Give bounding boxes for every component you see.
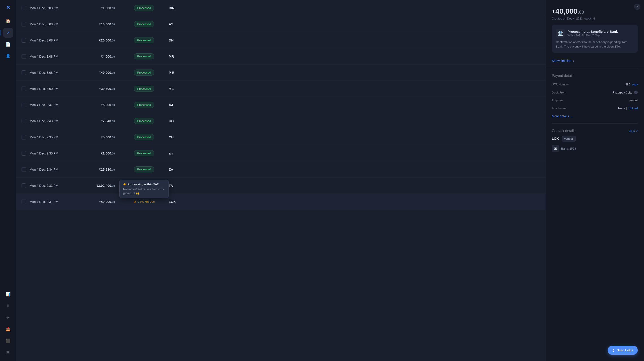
sidebar-item-terminal[interactable]: ⬛	[3, 336, 13, 346]
row-amount: ₹25,980.00	[79, 167, 124, 171]
status-badge: Processed	[134, 102, 154, 108]
row-amount: ₹7,840.00	[79, 119, 124, 123]
eta-label: ETA: 7th Dec	[138, 200, 154, 203]
sidebar-item-grid[interactable]: ⊞	[3, 348, 13, 358]
created-label: Created on Dec 4, 2023	[552, 17, 583, 20]
more-details-button[interactable]: More details ⌄	[546, 112, 644, 122]
view-link[interactable]: View ↗	[628, 129, 638, 133]
status-badge: Processed	[134, 150, 154, 156]
sidebar-item-documents[interactable]: 📄	[3, 39, 13, 49]
row-recipient: MR	[164, 54, 540, 58]
row-checkbox[interactable]	[22, 200, 26, 204]
row-date: Mon 4 Dec, 3:08 PM	[30, 6, 79, 10]
sidebar-item-reports[interactable]: 📊	[3, 289, 13, 299]
bank-info: Bank, 2568	[561, 147, 576, 150]
utr-label: UTR Number	[552, 83, 569, 86]
row-checkbox[interactable]	[22, 38, 26, 43]
sidebar-item-home[interactable]: 🏠	[3, 16, 13, 26]
upload-link[interactable]: Upload	[628, 106, 638, 110]
row-recipient: KO	[164, 119, 540, 123]
need-help-button[interactable]: ❮ Need Help?	[608, 346, 638, 355]
created-by: pout_N	[586, 17, 595, 20]
more-details-label: More details	[552, 114, 569, 118]
contact-suffix: details	[565, 129, 576, 133]
currency-symbol: ₹	[552, 9, 555, 15]
row-checkbox[interactable]	[22, 6, 26, 10]
attachment-none: None |	[618, 106, 627, 110]
row-date: Mon 4 Dec, 3:08 PM	[30, 22, 79, 26]
vendor-badge: Vendor	[562, 136, 576, 141]
sidebar-item-inbox[interactable]: 📥	[3, 324, 13, 334]
row-date: Mon 4 Dec, 3:08 PM	[30, 55, 79, 58]
panel-amount: ₹ 40,000 .00	[552, 7, 638, 15]
sidebar-item-send[interactable]: ✈	[3, 313, 13, 323]
row-checkbox[interactable]	[22, 135, 26, 139]
row-recipient: AJ	[164, 103, 540, 107]
table-row[interactable]: Mon 4 Dec, 2:34 PM ₹25,980.00 Processed …	[16, 161, 545, 178]
row-date: Mon 4 Dec, 2:47 PM	[30, 103, 79, 107]
table-row[interactable]: Mon 4 Dec, 2:33 PM ₹3,92,400.00 Processe…	[16, 178, 545, 194]
row-checkbox[interactable]	[22, 54, 26, 59]
row-status: Processed	[124, 118, 164, 124]
table-row-selected[interactable]: Mon 4 Dec, 2:31 PM ₹40,000.00 👉 Processi…	[16, 194, 545, 210]
table-row[interactable]: Mon 4 Dec, 2:35 PM ₹5,000.00 Processed C…	[16, 129, 545, 145]
attachment-value: None | Upload	[618, 106, 638, 110]
amount-decimal: .00	[578, 10, 584, 15]
table-row[interactable]: Mon 4 Dec, 3:08 PM ₹4,000.00 Processed M…	[16, 48, 545, 64]
table-row[interactable]: Mon 4 Dec, 2:35 PM ₹1,000.00 Processed a…	[16, 145, 545, 161]
row-date: Mon 4 Dec, 2:35 PM	[30, 135, 79, 139]
row-amount: ₹5,000.00	[79, 103, 124, 107]
row-date: Mon 4 Dec, 2:34 PM	[30, 168, 79, 171]
close-button[interactable]: ×	[634, 3, 640, 10]
processing-card-header: 🏦 Processing at Beneficiary Bank Within …	[556, 29, 634, 38]
logo-icon[interactable]: ✕	[4, 3, 12, 12]
status-badge: Processed	[134, 86, 154, 92]
row-checkbox[interactable]	[22, 183, 26, 188]
table-row[interactable]: Mon 4 Dec, 3:08 PM ₹49,000.00 Processed …	[16, 64, 545, 81]
row-checkbox[interactable]	[22, 151, 26, 156]
row-checkbox[interactable]	[22, 70, 26, 75]
table-row[interactable]: Mon 4 Dec, 3:00 PM ₹39,600.00 Processed …	[16, 81, 545, 97]
sidebar-item-users[interactable]: 👤	[3, 51, 13, 61]
payout-details-heading: Payout details	[546, 69, 644, 80]
bank-icon: 🏛	[552, 145, 559, 152]
row-date: Mon 4 Dec, 2:35 PM	[30, 152, 79, 155]
row-checkbox[interactable]	[22, 119, 26, 123]
section-divider-2	[552, 123, 638, 124]
table-row[interactable]: Mon 4 Dec, 3:08 PM ₹1,300.00 Processed D…	[16, 0, 545, 16]
row-date: Mon 4 Dec, 2:43 PM	[30, 119, 79, 123]
table-row[interactable]: Mon 4 Dec, 3:08 PM ₹20,000.00 Processed …	[16, 32, 545, 48]
show-timeline-button[interactable]: Show timeline ↓	[546, 57, 644, 67]
table-row[interactable]: Mon 4 Dec, 2:47 PM ₹5,000.00 Processed A…	[16, 97, 545, 113]
row-checkbox[interactable]	[22, 167, 26, 172]
copy-button[interactable]: copy	[632, 83, 638, 86]
row-status: Processed	[124, 102, 164, 108]
row-checkbox[interactable]	[22, 22, 26, 26]
sidebar-item-payouts[interactable]: ↗	[3, 28, 13, 38]
need-help-label: Need Help?	[616, 349, 633, 352]
bank-icon: 🏦	[558, 30, 563, 36]
purpose-label: Purpose	[552, 99, 562, 102]
table-row[interactable]: Mon 4 Dec, 3:08 PM ₹10,000.00 Processed …	[16, 16, 545, 32]
tooltip-title: 👉 Processing within TAT	[123, 183, 165, 186]
row-recipient: DIN	[164, 6, 540, 10]
sidebar-item-upload[interactable]: ⬆	[3, 301, 13, 311]
row-checkbox[interactable]	[22, 103, 26, 107]
row-checkbox[interactable]	[22, 86, 26, 91]
row-status: Processed	[124, 53, 164, 59]
table-row[interactable]: Mon 4 Dec, 2:43 PM ₹7,840.00 Processed K…	[16, 113, 545, 129]
purpose-row: Purpose payout	[546, 96, 644, 104]
row-date: Mon 4 Dec, 3:08 PM	[30, 38, 79, 42]
row-status: Processed	[124, 134, 164, 140]
row-amount: ₹4,000.00	[79, 54, 124, 58]
contact-header: Contact details View ↗	[546, 124, 644, 136]
attachment-row: Attachment None | Upload	[546, 104, 644, 112]
row-amount: ₹1,300.00	[79, 6, 124, 10]
info-icon[interactable]: ?	[634, 91, 638, 94]
payout-label: Payout	[552, 74, 563, 78]
row-status: Processed	[124, 5, 164, 11]
contact-label: Contact	[552, 129, 564, 133]
row-status-processing: 👉 Processing within TAT No worries! Will…	[124, 200, 164, 203]
chevron-left-icon: ❮	[612, 349, 615, 352]
status-badge: Processed	[134, 134, 154, 140]
